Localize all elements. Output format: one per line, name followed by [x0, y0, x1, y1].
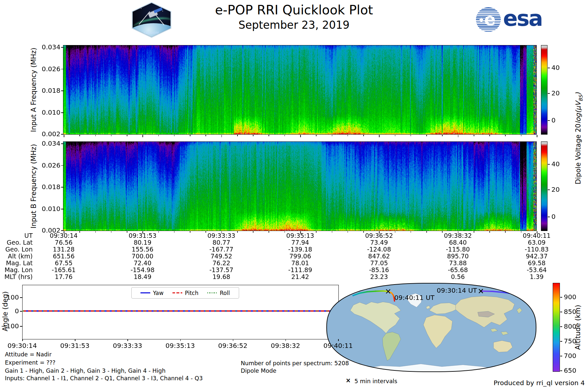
time-tick-mark [269, 135, 269, 136]
ephemeris-value: -53.64 [501, 266, 573, 273]
angle-ytick-mark [20, 297, 22, 298]
angle-xtick-label: 09:30:14 [0, 342, 48, 350]
colorbar-tick-mark [548, 120, 550, 121]
ephemeris-value: 73.88 [422, 259, 494, 267]
time-tick-mark [300, 135, 301, 137]
ephemeris-value: 17.76 [28, 273, 100, 280]
ephemeris-value: 651.56 [28, 253, 100, 260]
time-tick-mark [379, 135, 380, 137]
colorbar-tick-mark [548, 164, 550, 165]
time-tick-mark [474, 135, 474, 136]
time-tick-mark [221, 135, 222, 137]
ephemeris-value: 155.56 [106, 246, 178, 253]
alt-tick-mark [560, 297, 562, 298]
ephemeris-value: 895.70 [422, 253, 494, 260]
time-tick-mark [395, 135, 396, 136]
angle-xtick-mark [22, 339, 23, 341]
ephemeris-value: 72.40 [106, 259, 178, 267]
angle-xtick-mark [233, 339, 234, 341]
freq-tick-mark [61, 209, 64, 209]
angle-xtick-mark [75, 339, 75, 341]
ephemeris-value: 69.58 [501, 259, 573, 267]
time-tick-mark [174, 135, 175, 136]
alt-tick-label: 900 [564, 293, 580, 301]
ephemeris-value: 09:31:53 [106, 232, 178, 239]
ephemeris-value: 23.23 [343, 273, 415, 280]
time-tick-mark [442, 135, 443, 136]
freq-tick-mark [61, 90, 64, 91]
ephemeris-value: 76.22 [186, 259, 257, 267]
ephemeris-value: -154.98 [106, 266, 178, 273]
ephemeris-value: 18.49 [106, 273, 178, 280]
time-tick-mark [505, 135, 506, 136]
ephemeris-value: 847.62 [343, 253, 415, 260]
angle-xtick-label: 09:31:53 [49, 342, 101, 350]
ephemeris-value: -85.16 [343, 266, 415, 273]
freq-tick-label: 0.018 [40, 183, 60, 191]
ephemeris-value: -115.80 [422, 246, 494, 253]
ephemeris-value: -167.77 [186, 246, 257, 253]
alt-tick-mark [560, 370, 562, 371]
time-tick-mark [127, 135, 127, 136]
angle-xtick-label: 09:40:11 [312, 342, 364, 350]
angle-xtick-label: 09:38:32 [259, 342, 312, 350]
alt-tick-mark [560, 312, 562, 312]
ephemeris-value: 80.19 [106, 239, 178, 246]
freq-tick-label: 0.010 [40, 108, 60, 116]
ephemeris-value: 749.52 [186, 253, 257, 260]
freq-tick-mark [61, 47, 64, 48]
generated-ticks-layer: 0.0340.0260.0180.0100.0020.0340.0260.018… [0, 0, 588, 392]
ephemeris-value: 80.77 [186, 239, 257, 246]
ephemeris-value: -110.83 [501, 246, 573, 253]
ephemeris-value: 77.94 [264, 239, 336, 246]
angle-xtick-label: 09:36:52 [207, 342, 259, 350]
ephemeris-value: 21.42 [264, 273, 336, 280]
time-tick-mark [142, 135, 143, 137]
colorbar-tick-label: 0 [551, 213, 566, 220]
colorbar-tick-mark [548, 93, 550, 94]
ephemeris-value: 09:30:14 [28, 232, 100, 239]
alt-tick-label: 750 [564, 337, 580, 345]
time-tick-mark [253, 135, 253, 136]
ephemeris-value: 09:35:13 [264, 232, 336, 239]
time-tick-mark [285, 135, 285, 136]
ephemeris-value: 09:40:11 [501, 232, 573, 239]
freq-tick-mark [61, 165, 64, 166]
time-tick-mark [158, 135, 159, 136]
ephemeris-value: -124.08 [343, 246, 415, 253]
ephemeris-value: -137.57 [186, 266, 257, 273]
freq-tick-mark [61, 230, 64, 231]
ephemeris-value: 131.28 [28, 246, 100, 253]
ephemeris-value: -165.61 [28, 266, 100, 273]
time-tick-mark [332, 135, 333, 136]
freq-tick-label: 0.002 [40, 130, 60, 138]
angle-ytick-mark [20, 311, 22, 312]
colorbar-tick-mark [548, 68, 550, 68]
alt-tick-label: 850 [564, 308, 580, 316]
alt-tick-label: 700 [564, 352, 580, 360]
ephemeris-value: 799.06 [264, 253, 336, 260]
ephemeris-value: 19.68 [186, 273, 257, 280]
angle-xtick-label: 09:35:13 [154, 342, 206, 350]
ephemeris-value: -65.68 [422, 266, 494, 273]
freq-tick-label: 0.034 [40, 43, 60, 51]
alt-tick-mark [560, 341, 562, 342]
ephemeris-value: 73.49 [343, 239, 415, 246]
time-tick-mark [205, 135, 206, 136]
angle-xtick-mark [180, 339, 181, 341]
colorbar-tick-mark [548, 189, 550, 190]
time-tick-mark [64, 135, 64, 137]
time-tick-mark [237, 135, 238, 136]
time-tick-mark [111, 135, 112, 136]
alt-tick-mark [560, 326, 562, 327]
freq-tick-label: 0.026 [40, 161, 60, 169]
ephemeris-value: 0.56 [422, 273, 494, 280]
time-tick-mark [79, 135, 80, 136]
ephemeris-value: 76.56 [28, 239, 100, 246]
freq-tick-label: 0.010 [40, 205, 60, 213]
ephemeris-value: 1.39 [501, 273, 573, 280]
ephemeris-value: 700.00 [106, 253, 178, 260]
ephemeris-value: 63.09 [501, 239, 573, 246]
ephemeris-value: 09:36:52 [343, 232, 415, 239]
ephemeris-value: 67.55 [28, 259, 100, 267]
